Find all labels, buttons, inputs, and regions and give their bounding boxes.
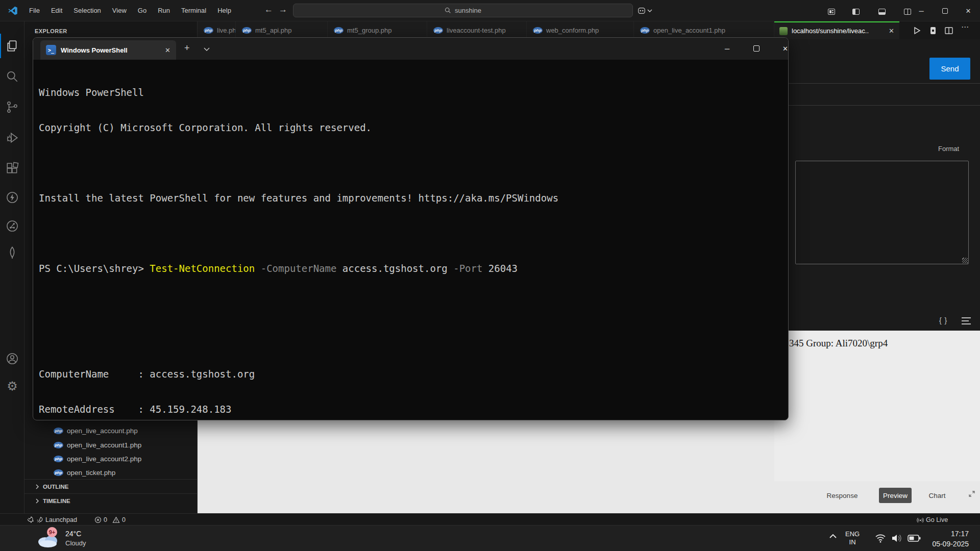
php-icon: php [204, 27, 213, 34]
file-open-ticket[interactable]: phpopen_ticket.php [24, 465, 198, 480]
php-icon: php [54, 442, 63, 448]
explorer-header: EXPLORER [35, 28, 67, 34]
settings-gear-icon[interactable]: ⚙ [6, 380, 19, 393]
options-menu-icon[interactable] [962, 317, 971, 327]
search-view-icon[interactable] [6, 70, 19, 83]
menu-view[interactable]: View [107, 4, 132, 17]
expand-panel-icon[interactable] [968, 490, 976, 498]
terminal-close-button[interactable]: ✕ [773, 38, 789, 59]
go-live-label: Go Live [926, 516, 948, 523]
powershell-icon: >_ [46, 45, 56, 55]
run-debug-icon[interactable] [6, 131, 19, 144]
language-indicator[interactable]: ENGIN [845, 530, 860, 546]
file-open-live-account2[interactable]: phpopen_live_account2.php [24, 452, 198, 466]
toggle-panel-icon[interactable] [878, 9, 886, 15]
window-minimize-button[interactable]: ─ [910, 0, 933, 21]
tab-preview[interactable]: Preview [879, 488, 912, 503]
chevron-right-icon [35, 484, 40, 489]
terminal-tab-close-icon[interactable]: ✕ [165, 46, 170, 54]
send-button[interactable]: Send [929, 58, 970, 80]
tab-close-icon[interactable]: ✕ [889, 27, 894, 35]
taskbar: 9+ 24°C Cloudy X [0, 525, 980, 551]
editor-tab[interactable]: phplive.php [198, 21, 236, 39]
menu-run[interactable]: Run [152, 4, 176, 17]
file-open-live-account1[interactable]: phpopen_live_account1.php [24, 438, 198, 452]
mongodb-icon[interactable] [6, 246, 19, 259]
vscode-logo-icon [8, 6, 18, 16]
file-open-live-account[interactable]: phpopen_live_account.php [24, 423, 198, 438]
outline-section[interactable]: OUTLINE [24, 479, 198, 493]
menu-terminal[interactable]: Terminal [176, 4, 212, 17]
php-icon: php [54, 469, 63, 476]
editor-tabstrip: phplive.php phpmt5_api.php phpmt5_group.… [198, 21, 774, 39]
vscode-titlebar: File Edit Selection View Go Run Terminal… [0, 0, 980, 21]
launchpad-item[interactable]: Launchpad [27, 514, 77, 525]
screen: File Edit Selection View Go Run Terminal… [0, 0, 980, 551]
menu-file[interactable]: File [23, 4, 45, 17]
timeline-section[interactable]: TIMELINE [24, 493, 198, 508]
more-actions-icon[interactable]: ⋯ [960, 22, 970, 33]
php-icon: php [334, 27, 344, 34]
tab-dropdown-icon[interactable] [204, 47, 210, 52]
run-request-icon[interactable] [912, 26, 922, 36]
warning-count: 0 [122, 516, 126, 523]
browser-tab-label: localhost/sunshine/liveac.. [792, 27, 869, 35]
terminal-maximize-button[interactable] [744, 38, 768, 59]
menu-go[interactable]: Go [132, 4, 152, 17]
editor-tab[interactable]: phpmt5_api.php [236, 21, 328, 39]
project-graph-icon[interactable] [6, 219, 19, 233]
source-control-icon[interactable] [6, 101, 19, 114]
weather-alert-badge: 9+ [47, 527, 57, 537]
php-icon: php [533, 27, 543, 34]
menu-edit[interactable]: Edit [45, 4, 68, 17]
editor-tab[interactable]: phpmt5_group.php [328, 21, 427, 39]
tray-chevron-up-icon[interactable] [829, 534, 837, 539]
request-body-textarea[interactable] [795, 161, 969, 264]
terminal-minimize-button[interactable]: ─ [715, 38, 739, 59]
broadcast-icon [917, 516, 924, 523]
search-input[interactable]: sunshine [293, 4, 633, 17]
json-braces-icon[interactable]: { } [939, 316, 947, 324]
rocket-icon [36, 516, 43, 523]
editor-tab[interactable]: phpweb_conform.php [527, 21, 634, 39]
customize-layout-icon[interactable] [828, 9, 835, 15]
menu-selection[interactable]: Selection [68, 4, 106, 17]
volume-icon[interactable] [891, 534, 902, 543]
menu-help[interactable]: Help [212, 4, 237, 17]
remote-explorer-icon[interactable] [637, 6, 646, 15]
window-maximize-button[interactable] [933, 0, 957, 21]
tab-chart[interactable]: Chart [923, 488, 951, 503]
thunder-client-icon[interactable] [6, 191, 19, 204]
go-live-item[interactable]: Go Live [917, 514, 948, 525]
split-editor-icon[interactable] [944, 26, 954, 36]
status-bar: Launchpad 0 0 Go Live [0, 513, 980, 525]
chevron-down-icon[interactable] [647, 9, 652, 13]
powershell-window: >_ Windows PowerShell ✕ + ─ ✕ Windows Po… [33, 37, 789, 420]
problems-item[interactable]: 0 0 [94, 514, 126, 525]
wifi-icon[interactable] [875, 534, 886, 543]
weather-widget[interactable]: 9+ 24°C Cloudy [4, 527, 116, 550]
account-icon[interactable] [6, 352, 19, 365]
activity-bar: ⚙ [0, 21, 24, 513]
error-icon [94, 516, 102, 523]
editor-tab[interactable]: phpopen_live_account1.php [634, 21, 774, 39]
chevron-right-icon [35, 498, 40, 504]
editor-tab[interactable]: phpliveaccount-test.php [427, 21, 527, 39]
nav-back-icon[interactable]: ← [264, 5, 273, 15]
new-tab-icon[interactable]: + [184, 43, 190, 54]
explorer-icon[interactable] [6, 39, 19, 53]
command-line: PS C:\Users\shrey> Test-NetConnection -C… [39, 263, 558, 274]
clock[interactable]: 17:17 05-09-2025 [903, 529, 969, 549]
toggle-sidebar-icon[interactable] [852, 9, 860, 15]
nav-forward-icon[interactable]: → [279, 5, 287, 15]
window-close-button[interactable]: ✕ [957, 0, 980, 21]
terminal-tab[interactable]: >_ Windows PowerShell ✕ [40, 40, 176, 60]
terminal-titlebar: >_ Windows PowerShell ✕ + ─ ✕ [33, 38, 788, 60]
terminal-output: Windows PowerShell Copyright (C) Microso… [39, 63, 558, 420]
format-button[interactable]: Format [938, 145, 959, 153]
browser-preview-tab[interactable]: localhost/sunshine/liveac.. ✕ [774, 21, 899, 39]
php-icon: php [640, 27, 650, 34]
tab-response[interactable]: Response [820, 488, 865, 503]
extensions-icon[interactable] [6, 162, 19, 175]
open-in-editor-icon[interactable] [928, 26, 938, 36]
